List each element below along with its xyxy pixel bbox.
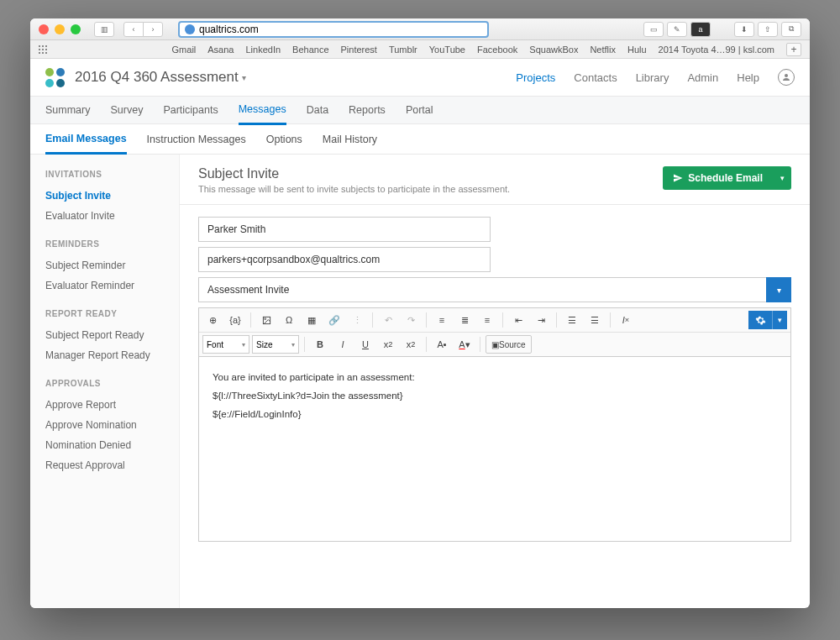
redo-button[interactable]: ↷ [401, 311, 421, 329]
new-tab-button[interactable]: + [786, 43, 801, 56]
sidebar-item-subject-invite[interactable]: Subject Invite [30, 186, 179, 206]
tab-messages[interactable]: Messages [239, 97, 286, 125]
sidebar-item-approve-report[interactable]: Approve Report [30, 395, 179, 415]
font-select[interactable]: Font▾ [202, 335, 249, 354]
nav-contacts[interactable]: Contacts [574, 71, 617, 84]
omega-button[interactable]: Ω [279, 311, 299, 329]
bg-color-button[interactable]: A▪ [432, 335, 452, 354]
nav-library[interactable]: Library [636, 71, 669, 84]
editor-settings-button[interactable] [748, 311, 772, 329]
close-window-button[interactable] [39, 24, 49, 34]
sidebar-item-subject-report-ready[interactable]: Subject Report Ready [30, 325, 179, 345]
bold-button[interactable]: B [310, 335, 330, 354]
tabs-button[interactable]: ⧉ [781, 22, 801, 37]
from-name-input[interactable]: Parker Smith [198, 217, 491, 242]
url-input[interactable] [199, 24, 482, 35]
project-title-dropdown[interactable]: 2016 Q4 360 Assessment ▾ [75, 69, 246, 86]
bookmark-ksl[interactable]: 2014 Toyota 4…99 | ksl.com [659, 45, 774, 55]
image-button[interactable] [256, 311, 276, 329]
reader-button[interactable]: ▭ [643, 22, 664, 37]
body-line-2: ${l://ThreeSixtyLink?d=Join the assessme… [213, 387, 777, 406]
tab-instruction-messages[interactable]: Instruction Messages [147, 124, 246, 155]
numbered-list-button[interactable]: ☰ [562, 311, 582, 329]
from-email-input[interactable]: parkers+qcorpsandbox@qualtrics.com [198, 247, 491, 272]
clear-format-button[interactable]: I× [616, 311, 636, 329]
extension-button-2[interactable]: a [690, 22, 711, 37]
bookmark-hulu[interactable]: Hulu [627, 45, 647, 55]
bookmarks-bar: Gmail Asana LinkedIn Behance Pinterest T… [30, 40, 810, 59]
tab-reports[interactable]: Reports [349, 96, 386, 124]
address-bar[interactable] [178, 21, 489, 38]
table-button[interactable]: ▦ [302, 311, 322, 329]
extension-button-1[interactable]: ✎ [667, 22, 687, 37]
piped-text-button[interactable]: ⊕ [202, 311, 223, 329]
share-button[interactable]: ⇧ [758, 22, 778, 37]
underline-button[interactable]: U [355, 335, 375, 354]
text-color-button[interactable]: A▾ [454, 335, 475, 354]
tab-participants[interactable]: Participants [163, 96, 218, 124]
tab-options[interactable]: Options [266, 124, 302, 155]
subject-dropdown-button[interactable]: ▾ [766, 277, 791, 302]
tab-email-messages[interactable]: Email Messages [45, 124, 127, 155]
downloads-button[interactable]: ⬇ [734, 22, 754, 37]
bullet-list-button[interactable]: ☰ [585, 311, 605, 329]
editor-body[interactable]: You are invited to participate in an ass… [198, 357, 791, 542]
subscript-button[interactable]: x2 [378, 335, 398, 354]
minimize-window-button[interactable] [55, 24, 65, 34]
align-left-button[interactable]: ≡ [432, 311, 452, 329]
bookmark-pinterest[interactable]: Pinterest [341, 45, 377, 55]
project-title-text: 2016 Q4 360 Assessment [75, 69, 239, 86]
tab-portal[interactable]: Portal [406, 96, 433, 124]
schedule-email-button[interactable]: Schedule Email [663, 166, 773, 190]
bookmark-squawkbox[interactable]: SquawkBox [529, 45, 578, 55]
subject-input[interactable]: Assessment Invite [198, 277, 766, 302]
sidebar-item-request-approval[interactable]: Request Approval [30, 455, 179, 475]
bookmark-facebook[interactable]: Facebook [477, 45, 517, 55]
sidebar-item-evaluator-invite[interactable]: Evaluator Invite [30, 206, 179, 226]
align-center-button[interactable]: ≣ [454, 311, 475, 329]
tab-mail-history[interactable]: Mail History [323, 124, 377, 155]
bookmark-netflix[interactable]: Netflix [590, 45, 616, 55]
align-right-button[interactable]: ≡ [477, 311, 497, 329]
user-avatar[interactable] [778, 69, 795, 86]
bookmark-asana[interactable]: Asana [207, 45, 234, 55]
tab-summary[interactable]: Summary [45, 96, 90, 124]
sidebar-item-evaluator-reminder[interactable]: Evaluator Reminder [30, 275, 179, 296]
chevron-down-icon: ▾ [242, 73, 246, 82]
piped-text-a-button[interactable]: {a} [225, 311, 245, 329]
tab-survey[interactable]: Survey [110, 96, 143, 124]
maximize-window-button[interactable] [71, 24, 81, 34]
outdent-button[interactable]: ⇤ [508, 311, 528, 329]
undo-button[interactable]: ↶ [378, 311, 398, 329]
sidebar-item-subject-reminder[interactable]: Subject Reminder [30, 255, 179, 275]
apps-grid-icon[interactable] [39, 45, 47, 54]
size-select[interactable]: Size▾ [252, 335, 299, 354]
sidebar-item-approve-nomination[interactable]: Approve Nomination [30, 415, 179, 435]
bookmark-gmail[interactable]: Gmail [172, 45, 197, 55]
sidebar-toggle-button[interactable]: ▥ [94, 22, 114, 37]
svg-point-0 [785, 74, 788, 77]
bookmark-youtube[interactable]: YouTube [429, 45, 465, 55]
source-button[interactable]: ▣ Source [486, 335, 532, 354]
editor-toolbar: ⊕ {a} Ω ▦ 🔗 ⋮ ↶ ↷ ≡ ≣ ≡ ⇤ [198, 307, 791, 357]
italic-button[interactable]: I [333, 335, 353, 354]
bookmark-behance[interactable]: Behance [292, 45, 328, 55]
link-button[interactable]: 🔗 [324, 311, 344, 329]
nav-projects[interactable]: Projects [516, 71, 555, 84]
nav-admin[interactable]: Admin [687, 71, 718, 84]
back-button[interactable]: ‹ [123, 22, 144, 37]
indent-button[interactable]: ⇥ [531, 311, 551, 329]
sidebar-item-nomination-denied[interactable]: Nomination Denied [30, 435, 179, 455]
editor-settings-dropdown[interactable]: ▾ [772, 311, 787, 329]
sidebar-item-manager-report-ready[interactable]: Manager Report Ready [30, 345, 179, 365]
sidebar-header-reminders: REMINDERS [30, 239, 179, 255]
unlink-button[interactable]: ⋮ [347, 311, 367, 329]
nav-help[interactable]: Help [737, 71, 759, 84]
superscript-button[interactable]: x2 [401, 335, 421, 354]
bookmark-linkedin[interactable]: LinkedIn [245, 45, 281, 55]
qualtrics-logo[interactable] [45, 68, 65, 87]
bookmark-tumblr[interactable]: Tumblr [389, 45, 417, 55]
schedule-email-dropdown[interactable]: ▾ [773, 166, 791, 190]
forward-button[interactable]: › [143, 22, 163, 37]
tab-data[interactable]: Data [307, 96, 328, 124]
